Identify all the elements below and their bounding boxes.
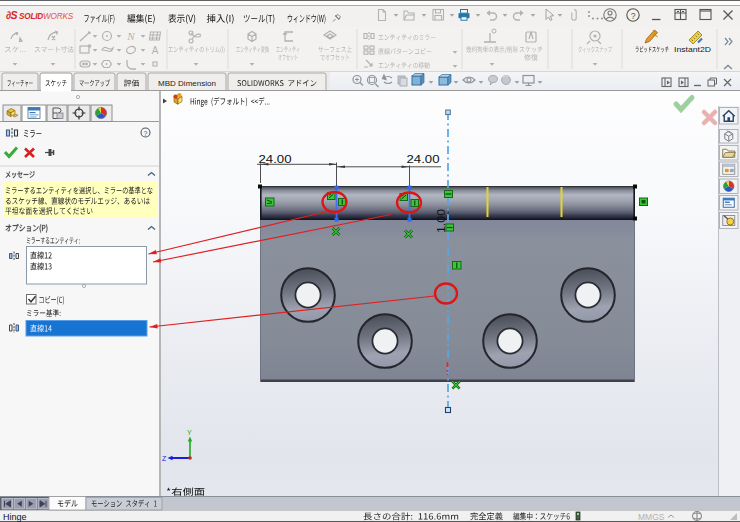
svg-text:MMGS: MMGS (638, 512, 665, 522)
svg-text:Instant2D: Instant2D (674, 45, 711, 54)
svg-text:Z: Z (162, 455, 167, 462)
svg-text:24.00: 24.00 (407, 153, 440, 165)
svg-text:∂S: ∂S (6, 9, 17, 21)
svg-text:MBD Dimension: MBD Dimension (158, 79, 216, 88)
svg-text:24.00: 24.00 (259, 153, 292, 165)
svg-text:?: ? (144, 130, 148, 137)
svg-text:Hinge: Hinge (3, 512, 27, 522)
svg-text:Y: Y (187, 429, 192, 436)
svg-text:N: N (126, 30, 135, 42)
svg-text:SOLIDWORKS: SOLIDWORKS (19, 12, 74, 21)
svg-text:A: A (152, 45, 159, 56)
svg-text:1.00: 1.00 (436, 208, 447, 233)
svg-text:?: ? (631, 11, 636, 21)
